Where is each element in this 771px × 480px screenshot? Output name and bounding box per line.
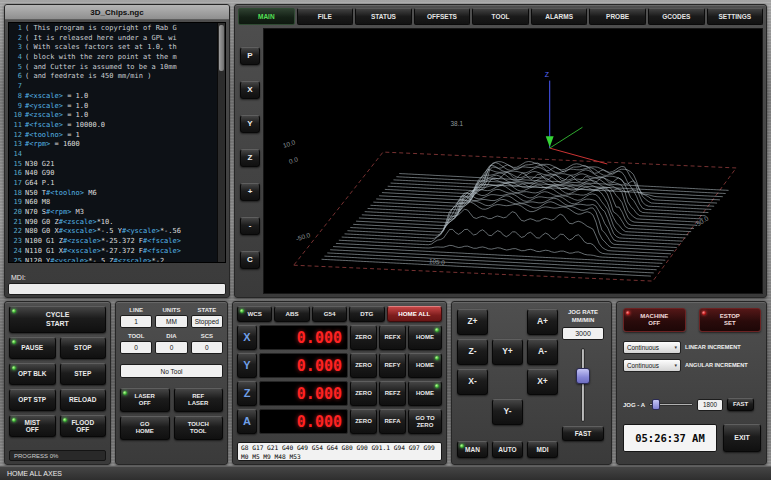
zero-a-button[interactable]: ZERO: [350, 409, 377, 434]
jog-z-minus-button[interactable]: Z-: [457, 339, 488, 365]
code-line: 22N80 G0 X#<xscale>*-.5 Y#<yscale>*-.56: [9, 227, 217, 237]
tab-gcodes[interactable]: GCODES: [648, 8, 705, 25]
jog-x-plus-button[interactable]: X+: [527, 369, 558, 395]
status-message: HOME ALL AXES: [7, 470, 62, 477]
jog-y-plus-button[interactable]: Y+: [492, 339, 523, 365]
axis-z-button[interactable]: Z: [237, 381, 257, 406]
linear-increment-select[interactable]: Continuous▾: [623, 341, 681, 354]
code-line: 14: [9, 150, 217, 160]
tab-offsets[interactable]: OFFSETS: [414, 8, 471, 25]
line-number: 17: [9, 179, 25, 189]
cycle-start-button[interactable]: CYCLE START: [9, 306, 106, 333]
line-number: 14: [9, 150, 25, 160]
dia-value: 0: [155, 341, 187, 354]
jog-a-plus-button[interactable]: A+: [527, 309, 558, 335]
status-values-row2: 000: [120, 341, 223, 354]
ref-x-button[interactable]: REFX: [379, 325, 406, 350]
view-perspective-button[interactable]: P: [240, 47, 260, 65]
active-gcodes: G8 G17 G21 G40 G49 G54 G64 G80 G90 G91.1…: [241, 444, 438, 453]
line-number: 5: [9, 63, 25, 73]
opt-blk-button[interactable]: OPT BLK: [9, 363, 56, 385]
mode-mdi-button[interactable]: MDI: [527, 441, 558, 458]
jog-a-minus-button[interactable]: A-: [527, 339, 558, 365]
axis-x-button[interactable]: X: [237, 325, 257, 350]
code-line: 5( and Cutter is assumed to be a 10mm: [9, 63, 217, 73]
home-x-button[interactable]: HOME: [408, 325, 442, 350]
tab-tool[interactable]: TOOL: [472, 8, 529, 25]
exit-button[interactable]: EXIT: [723, 424, 761, 452]
jog-rate-slider-track[interactable]: [581, 348, 585, 422]
jog-y-minus-button[interactable]: Y-: [492, 399, 523, 425]
reload-button[interactable]: RELOAD: [60, 389, 107, 411]
line-number: 11: [9, 121, 25, 131]
laser-off-button[interactable]: LASER OFF: [120, 388, 170, 412]
axis-y-button[interactable]: Y: [237, 353, 257, 378]
home-z-button[interactable]: HOME: [408, 381, 442, 406]
jog-a-slider-thumb[interactable]: [652, 399, 660, 410]
tab-alarms[interactable]: ALARMS: [531, 8, 588, 25]
dro-g54-button[interactable]: G54: [312, 306, 347, 322]
home-y-button[interactable]: HOME: [408, 353, 442, 378]
stop-button[interactable]: STOP: [60, 337, 107, 359]
view-y-button[interactable]: Y: [240, 115, 260, 133]
tab-settings[interactable]: SETTINGS: [707, 8, 764, 25]
jog-rate-slider-thumb[interactable]: [576, 368, 590, 384]
opt-stp-button[interactable]: OPT STP: [9, 389, 56, 411]
code-scrollbar[interactable]: [217, 23, 225, 262]
pause-button[interactable]: PAUSE: [9, 337, 56, 359]
tab-status[interactable]: STATUS: [355, 8, 412, 25]
code-text: ( It is released here under a GPL wi: [25, 34, 177, 44]
cnc-application-window: 3D_Chips.ngc 1( This program is copyrigh…: [0, 0, 771, 480]
green-led: [435, 384, 439, 388]
view-x-button[interactable]: X: [240, 81, 260, 99]
zero-z-button[interactable]: ZERO: [350, 381, 377, 406]
zero-x-button[interactable]: ZERO: [350, 325, 377, 350]
ref-y-button[interactable]: REFY: [379, 353, 406, 378]
mode-auto-button[interactable]: AUTO: [492, 441, 523, 458]
dro-abs-button[interactable]: ABS: [274, 306, 309, 322]
tab-main[interactable]: MAIN: [238, 8, 295, 25]
code-text: N110 G1 X#<xscale>*-27.372 F#<fscale>: [25, 247, 181, 257]
mist-off-button[interactable]: MIST OFF: [9, 415, 56, 437]
dro-wcs-button[interactable]: WCS: [237, 306, 272, 322]
graphics-panel: MAINFILESTATUSOFFSETSTOOLALARMSPROBEGCOD…: [234, 4, 767, 298]
angular-increment-select[interactable]: Continuous▾: [623, 359, 681, 372]
jog-fast-button[interactable]: FAST: [562, 426, 604, 441]
axis-row-y: Y0.000ZEROREFYHOME: [237, 353, 442, 378]
jog-z-plus-button[interactable]: Z+: [457, 309, 488, 335]
clear-view-button[interactable]: C: [240, 251, 260, 269]
red-led: [626, 311, 630, 315]
ref-a-button[interactable]: REFA: [379, 409, 406, 434]
go-home-button[interactable]: GO HOME: [120, 416, 170, 440]
view-z-button[interactable]: Z: [240, 149, 260, 167]
zero-y-button[interactable]: ZERO: [350, 353, 377, 378]
jog-a-fast-button[interactable]: FAST: [727, 398, 754, 411]
code-line: 12#<toolno> = 1: [9, 131, 217, 141]
jog-x-minus-button[interactable]: X-: [457, 369, 488, 395]
estop-set-button[interactable]: ESTOP SET: [699, 308, 762, 332]
home-a-button[interactable]: GO TO ZERO: [408, 409, 442, 434]
zoom-out-button[interactable]: -: [240, 217, 260, 235]
gcode-editor[interactable]: 1( This program is copyright of Rab G2( …: [8, 22, 226, 263]
flood-off-button[interactable]: FLOOD OFF: [60, 415, 107, 437]
code-scrollbar-thumb[interactable]: [219, 25, 224, 71]
mode-man-button[interactable]: MAN: [457, 441, 488, 458]
axis-a-button[interactable]: A: [237, 409, 257, 434]
ref-laser-button[interactable]: REF LASER: [174, 388, 224, 412]
dro-dtg-button[interactable]: DTG: [349, 306, 384, 322]
machine-off-button[interactable]: MACHINE OFF: [623, 308, 686, 332]
zoom-in-button[interactable]: +: [240, 183, 260, 201]
tab-probe[interactable]: PROBE: [589, 8, 646, 25]
mdi-input[interactable]: [8, 283, 226, 295]
tab-file[interactable]: FILE: [297, 8, 354, 25]
touch-tool-button[interactable]: TOUCH TOOL: [174, 416, 224, 440]
toolpath-preview[interactable]: Z38.110.00.0-50.0105.0-50.0: [263, 28, 763, 294]
code-text: N70 S#<rpm> M3: [25, 208, 84, 218]
ref-z-button[interactable]: REFZ: [379, 381, 406, 406]
dro-home-all-button[interactable]: HOME ALL: [387, 306, 442, 322]
step-button[interactable]: STEP: [60, 363, 107, 385]
code-area: 1( This program is copyright of Rab G2( …: [9, 24, 217, 262]
scs-value: 0: [191, 341, 223, 354]
jog-a-slider[interactable]: [649, 399, 693, 410]
jog-rate-slider[interactable]: [575, 348, 591, 422]
